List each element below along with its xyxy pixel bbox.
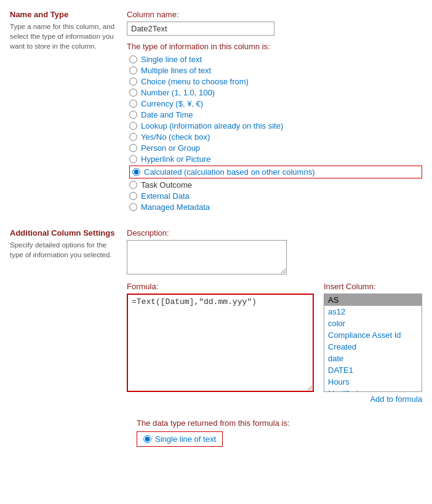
list-item-modified[interactable]: Modified [324,388,422,392]
formula-textarea[interactable]: =Text([Datum],"dd.mm.yyy") [127,294,314,392]
list-item-color[interactable]: color [324,318,422,329]
list-item-hours[interactable]: Hours [324,376,422,388]
type-radio-group: Single line of text Multiple lines of te… [129,55,422,212]
radio-choice[interactable]: Choice (menu to choose from) [129,77,422,86]
formula-label: Formula: [127,282,314,291]
radio-yesno[interactable]: Yes/No (check box) [129,132,422,142]
additional-settings-desc: Specify detailed options for the type of… [10,240,117,260]
radio-single-line[interactable]: Single line of text [129,55,422,64]
additional-settings-section: Additional Column Settings Specify detai… [0,228,432,404]
additional-settings-left: Additional Column Settings Specify detai… [10,228,127,404]
radio-lookup[interactable]: Lookup (information already on this site… [129,121,422,130]
list-item-DATE1[interactable]: DATE1 [324,364,422,376]
additional-settings-right: Description: Formula: =Text([Datum],"dd.… [127,228,422,404]
insert-col: Insert Column: AS as12 color Compliance … [324,282,422,404]
formula-col: Formula: =Text([Datum],"dd.mm.yyy") [127,282,314,404]
radio-person[interactable]: Person or Group [129,143,422,153]
name-and-type-left: Name and Type Type a name for this colum… [10,10,127,214]
insert-listbox[interactable]: AS as12 color Compliance Asset Id Create… [324,294,422,392]
description-label: Description: [127,228,422,238]
radio-multiple-lines[interactable]: Multiple lines of text [129,66,422,75]
column-name-input[interactable] [127,22,274,36]
name-and-type-right: Column name: The type of information in … [127,10,422,214]
name-and-type-section: Name and Type Type a name for this colum… [0,10,432,214]
insert-column-label: Insert Column: [324,282,422,291]
radio-task-outcome[interactable]: Task Outcome [129,180,422,190]
radio-date-time[interactable]: Date and Time [129,110,422,119]
radio-external-data[interactable]: External Data [129,191,422,201]
return-type-label: The data type returned from this formula… [137,418,422,428]
radio-currency[interactable]: Currency ($, ¥, €) [129,99,422,108]
return-type-box: Single line of text [137,431,223,447]
radio-hyperlink[interactable]: Hyperlink or Picture [129,154,422,164]
return-type-radio[interactable] [143,435,151,443]
description-textarea[interactable] [127,240,287,274]
list-item-AS[interactable]: AS [324,294,422,306]
list-item-compliance[interactable]: Compliance Asset Id [324,329,422,341]
return-type-section: The data type returned from this formula… [0,418,432,447]
list-item-as12[interactable]: as12 [324,306,422,318]
formula-row: Formula: =Text([Datum],"dd.mm.yyy") Inse… [127,282,422,404]
name-and-type-desc: Type a name for this column, and select … [10,22,117,51]
radio-calculated[interactable]: Calculated (calculation based on other c… [129,166,422,178]
return-type-inner: The data type returned from this formula… [127,418,422,447]
radio-number[interactable]: Number (1, 1.0, 100) [129,88,422,97]
add-to-formula-container: Add to formula [324,394,422,404]
radio-managed-metadata[interactable]: Managed Metadata [129,202,422,212]
add-to-formula-link[interactable]: Add to formula [370,394,422,404]
return-type-value: Single line of text [155,434,216,444]
type-label: The type of information in this column i… [127,42,422,51]
list-item-date[interactable]: date [324,353,422,364]
column-name-label: Column name: [127,10,422,19]
list-item-created[interactable]: Created [324,341,422,353]
additional-settings-title: Additional Column Settings [10,228,117,238]
name-and-type-title: Name and Type [10,10,117,19]
page-container: Name and Type Type a name for this colum… [0,10,432,447]
